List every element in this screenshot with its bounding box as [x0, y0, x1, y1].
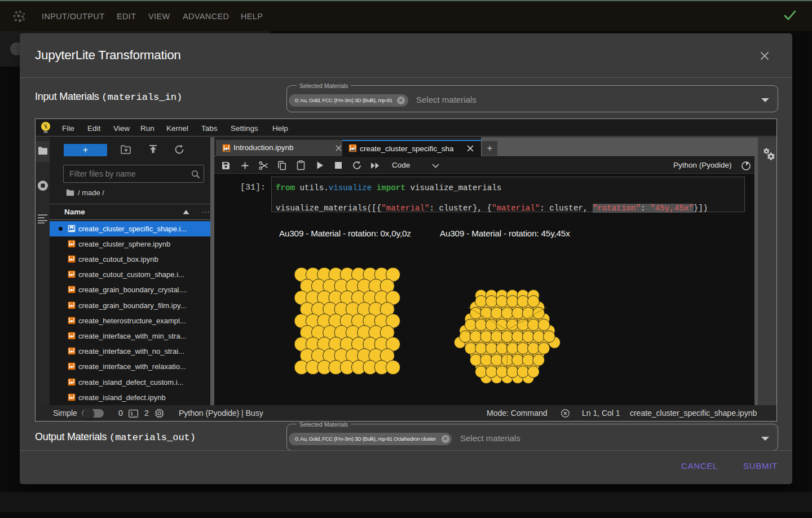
svg-text:$_: $_ [130, 411, 136, 416]
